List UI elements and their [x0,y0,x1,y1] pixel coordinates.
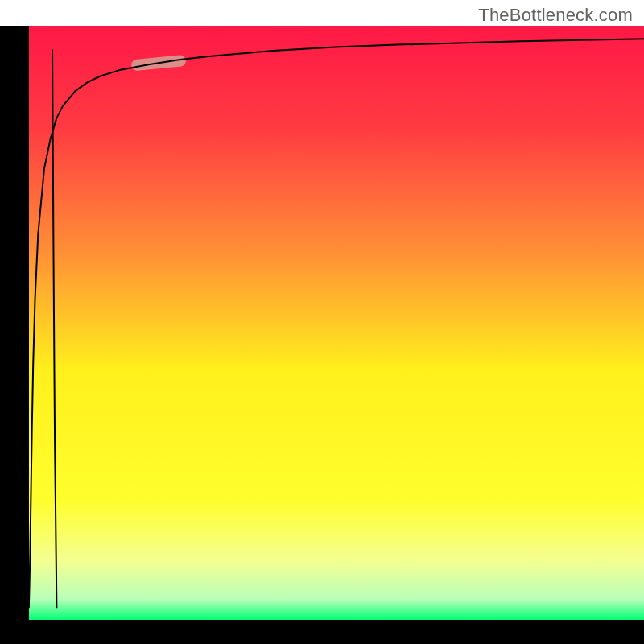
chart-container: TheBottleneck.com [0,0,644,644]
x-axis [0,620,644,644]
bottleneck-chart [0,0,644,644]
y-axis [0,26,29,644]
attribution-label: TheBottleneck.com [478,5,633,26]
plot-background [26,26,644,620]
